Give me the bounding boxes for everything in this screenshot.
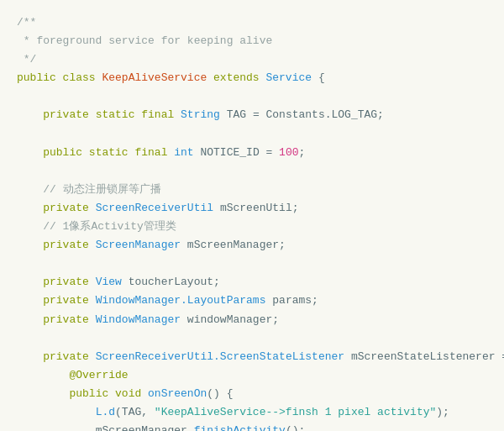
code-token: WindowManager.LayoutParams	[96, 294, 273, 307]
code-token: // 动态注册锁屏等广播	[17, 183, 161, 196]
code-token: L.d	[96, 406, 115, 418]
code-token: static	[96, 108, 142, 121]
code-token	[17, 406, 96, 418]
code-token: private	[43, 239, 95, 251]
code-token: void	[115, 387, 148, 400]
code-token: /**	[17, 16, 36, 29]
code-token: public	[17, 71, 63, 84]
code-line: private ScreenReceiverUtil mScreenUtil;	[17, 199, 487, 218]
code-line: // 动态注册锁屏等广播	[17, 181, 487, 199]
code-token: 100	[279, 146, 298, 159]
code-token: int	[174, 146, 200, 159]
code-token: extends	[213, 71, 265, 84]
code-line	[17, 255, 487, 273]
code-token	[17, 294, 43, 307]
code-token: () {	[207, 387, 233, 400]
code-token: toucherLayout;	[129, 276, 220, 288]
code-line: * foreground service for keeping alive	[17, 32, 487, 50]
code-token: class	[63, 71, 102, 84]
code-token: ScreenReceiverUtil	[96, 202, 220, 214]
code-token: ScreenManager	[96, 239, 187, 251]
code-line: private WindowManager windowManager;	[17, 311, 487, 329]
code-token: mScreenUtil;	[220, 202, 299, 214]
code-line: /**	[17, 13, 487, 32]
code-line	[17, 162, 487, 181]
code-line: private static final String TAG = Consta…	[17, 106, 487, 124]
code-token: static	[89, 146, 135, 159]
code-line: private View toucherLayout;	[17, 273, 487, 292]
code-token: public	[43, 146, 89, 159]
code-line	[17, 87, 487, 106]
code-token: private	[43, 202, 95, 214]
code-line: public static final int NOTICE_ID = 100;	[17, 144, 487, 162]
code-token	[17, 350, 43, 363]
code-viewer: /** * foreground service for keeping ali…	[0, 0, 504, 431]
code-token: ScreenReceiverUtil.ScreenStateListener	[96, 350, 351, 363]
code-token: private	[43, 350, 95, 363]
code-line: L.d(TAG, "KeepAliveService-->finsh 1 pix…	[17, 403, 487, 422]
code-token: * foreground service for keeping alive	[17, 34, 272, 47]
code-token	[17, 239, 43, 251]
code-token: onSreenOn	[148, 387, 207, 400]
code-token: NOTICE_ID =	[200, 146, 279, 159]
code-token	[17, 108, 43, 121]
code-line: private ScreenReceiverUtil.ScreenStateLi…	[17, 348, 487, 366]
code-line: private WindowManager.LayoutParams param…	[17, 292, 487, 310]
code-token: private	[43, 108, 95, 121]
code-token: Service	[265, 71, 312, 84]
code-token: finishActivity	[194, 424, 286, 431]
code-token	[17, 369, 69, 381]
code-token: private	[43, 294, 95, 307]
code-line	[17, 125, 487, 144]
code-line: */	[17, 50, 487, 69]
code-token: KeepAliveService	[102, 71, 213, 84]
code-line: private ScreenManager mScreenManager;	[17, 236, 487, 255]
code-token: mScreenStateListenerer =	[351, 350, 504, 363]
code-token	[17, 424, 96, 431]
code-line: public void onSreenOn() {	[17, 385, 487, 403]
code-token	[17, 146, 43, 159]
code-line: // 1像系Activity管理类	[17, 218, 487, 236]
code-token: final	[134, 146, 174, 159]
code-token: (TAG,	[115, 406, 155, 418]
code-token: View	[96, 276, 129, 288]
code-token: "KeepAliveService-->finsh 1 pixel activi…	[155, 406, 436, 418]
code-token	[17, 313, 43, 326]
code-token: WindowManager	[96, 313, 187, 326]
code-token	[17, 387, 69, 400]
code-token: mScreenManager.	[96, 424, 194, 431]
code-token: private	[43, 313, 95, 326]
code-token: private	[43, 276, 95, 288]
code-token: TAG = Constants.LOG_TAG;	[227, 108, 384, 121]
code-token	[17, 202, 43, 214]
code-token: );	[436, 406, 449, 418]
code-token: String	[181, 108, 227, 121]
code-token: params;	[272, 294, 318, 307]
code-line: @Override	[17, 366, 487, 385]
code-token: {	[312, 71, 325, 84]
code-token: final	[141, 108, 181, 121]
code-token	[17, 276, 43, 288]
code-token: @Override	[69, 369, 128, 381]
code-token: mScreenManager;	[187, 239, 286, 251]
code-token: ();	[286, 424, 305, 431]
code-token: // 1像系Activity管理类	[17, 220, 176, 233]
code-token: ;	[299, 146, 306, 159]
code-token: windowManager;	[187, 313, 279, 326]
code-token: public	[69, 387, 115, 400]
code-line	[17, 329, 487, 348]
code-line: public class KeepAliveService extends Se…	[17, 69, 487, 87]
code-line: mScreenManager.finishActivity();	[17, 422, 487, 431]
code-token: */	[17, 53, 36, 66]
